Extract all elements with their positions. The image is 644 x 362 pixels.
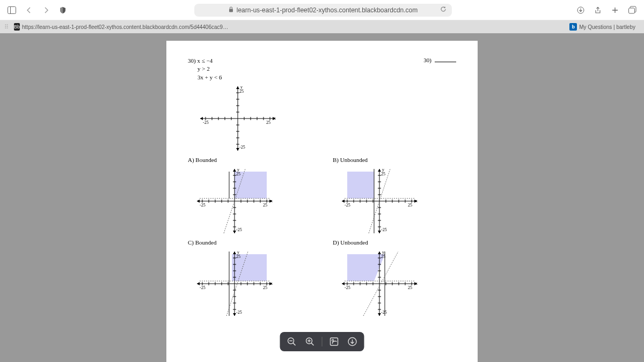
address-bar[interactable]: learn-us-east-1-prod-fleet02-xythos.cont… [194,4,452,17]
tab-title: https://learn-us-east-1-prod-fleet02-xyt… [22,24,231,30]
tab-title: My Questions | bartleby [579,24,635,30]
x-axis-letter: x [274,116,276,121]
svg-rect-2 [229,9,233,12]
answer-number: 30) [423,57,456,63]
option-d: D) Unbounded -25 25 x 25 -25 [333,239,456,322]
lock-icon [229,6,233,13]
tab-drag-handle-icon[interactable]: ⠿ [4,24,8,31]
toolbar-separator [322,337,323,346]
open-in-preview-icon[interactable] [328,335,341,348]
svg-point-129 [332,339,333,341]
x-min-label: -25 [203,120,209,125]
y-min-label: -25 [239,145,245,150]
option-b: B) Unbounded -25 25 x 25 -25 [333,157,456,239]
option-c: C) Bounded -25 25 x 25 -25 [188,239,311,322]
problem-statement: 30) x ≤ −4 y > 2 3x + y < 6 [188,57,456,82]
option-c-graph: -25 25 x 25 -25 y [194,249,275,319]
main-graph: -25 25 x 25 -25 y [197,84,278,153]
zoom-out-icon[interactable] [286,335,298,348]
shield-icon[interactable] [57,4,69,16]
svg-rect-0 [8,6,16,13]
tab-blackboard[interactable]: Bb https://learn-us-east-1-prod-fleet02-… [10,22,235,32]
browser-toolbar: learn-us-east-1-prod-fleet02-xythos.cont… [0,0,644,20]
option-d-label: D) Unbounded [333,239,456,246]
sidebar-toggle-icon[interactable] [5,4,18,17]
svg-line-122 [293,343,295,345]
option-a: A) Bounded -25 25 x 25 -25 [188,157,311,239]
option-b-graph: -25 25 x 25 -25 y [339,166,420,236]
svg-line-125 [311,343,313,345]
y-max-label: 25 [239,89,244,94]
download-icon[interactable] [574,4,587,17]
x-max-label: 25 [266,120,270,125]
tab-bartleby[interactable]: b My Questions | bartleby [565,22,640,32]
share-icon[interactable] [591,4,604,17]
tab-strip: ⠿ Bb https://learn-us-east-1-prod-fleet0… [0,20,644,33]
back-icon[interactable] [23,4,35,17]
url-text: learn-us-east-1-prod-fleet02-xythos.cont… [237,6,418,14]
forward-icon[interactable] [40,4,53,17]
new-tab-icon[interactable] [609,4,621,17]
y-axis-letter: y [240,85,243,90]
pdf-page: 30) 30) x ≤ −4 y > 2 3x + y < 6 [166,41,478,362]
option-d-graph: -25 25 x 25 -25 y [339,249,420,319]
document-viewport: 30) 30) x ≤ −4 y > 2 3x + y < 6 [0,33,644,362]
tabs-icon[interactable] [626,4,639,17]
svg-rect-4 [628,8,634,13]
address-area: learn-us-east-1-prod-fleet02-xythos.cont… [76,4,570,17]
option-a-graph: -25 25 x 25 -25 y [194,166,275,236]
refresh-icon[interactable] [440,6,447,14]
option-c-label: C) Bounded [188,239,311,246]
download-pdf-icon[interactable] [346,335,359,348]
svg-rect-49 [347,172,374,198]
bartleby-favicon-icon: b [569,23,577,31]
option-a-label: A) Bounded [188,157,311,163]
pdf-toolbar [280,332,364,351]
blackboard-favicon-icon: Bb [14,23,20,31]
option-b-label: B) Unbounded [333,157,456,163]
zoom-in-icon[interactable] [304,335,317,348]
